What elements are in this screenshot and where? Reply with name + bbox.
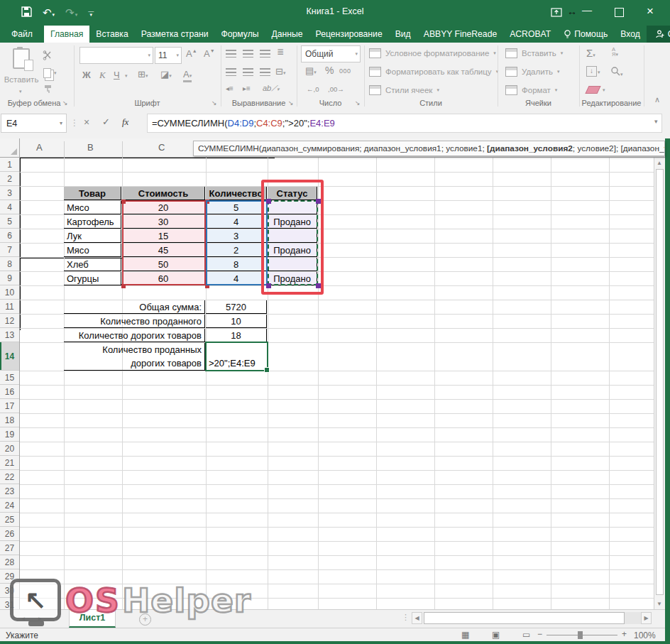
align-center-icon[interactable] (243, 68, 253, 76)
row-header-30[interactable]: 30 (0, 584, 19, 598)
cell-C4[interactable]: 20 (122, 201, 205, 214)
row-header-9[interactable]: 9 (0, 271, 19, 285)
format-as-table-button[interactable]: Форматировать как таблицу▾ (369, 67, 498, 77)
align-right-icon[interactable] (260, 68, 270, 76)
align-top-icon[interactable] (226, 50, 236, 58)
number-format-combo[interactable]: Общий▾ (301, 45, 361, 62)
row-header-17[interactable]: 17 (0, 399, 19, 413)
tab-data[interactable]: Данные (265, 26, 309, 43)
row-header-28[interactable]: 28 (0, 555, 19, 569)
cell-D9[interactable]: 4 (206, 272, 267, 285)
cell-D11-value[interactable]: 5720 (206, 300, 267, 314)
collapse-ribbon-icon[interactable]: ∧ (654, 95, 660, 104)
row-header-2[interactable]: 2 (0, 172, 19, 186)
align-left-icon[interactable] (226, 68, 236, 76)
underline-button[interactable]: Ч (114, 70, 120, 80)
sheet-tab-list1[interactable]: Лист1 (69, 610, 116, 628)
row-header-27[interactable]: 27 (0, 541, 19, 555)
insert-function-icon[interactable]: fx (122, 116, 128, 128)
cell-B6[interactable]: Лук (64, 229, 121, 243)
zoom-slider-thumb[interactable] (578, 631, 583, 639)
increase-font-icon[interactable]: А▲ (186, 48, 197, 59)
cell-E8[interactable] (268, 258, 317, 271)
italic-button[interactable]: К (99, 70, 106, 81)
row-header-14[interactable]: 14 (0, 342, 19, 371)
tab-view[interactable]: Вид (389, 26, 417, 43)
header-cell-B3[interactable]: Товар (64, 187, 121, 200)
row-header-12[interactable]: 12 (0, 314, 19, 328)
cell-D4[interactable]: 5 (206, 201, 267, 214)
header-cell-E3[interactable]: Статус (268, 187, 317, 200)
maximize-button[interactable] (615, 8, 624, 17)
column-header-B[interactable]: B (87, 142, 94, 153)
vscroll-thumb[interactable] (656, 169, 664, 595)
format-painter-icon[interactable] (43, 84, 53, 95)
row-header-10[interactable]: 10 (0, 285, 19, 300)
percent-style-button[interactable]: % (325, 65, 334, 76)
align-bottom-icon[interactable] (260, 50, 270, 58)
row-header-31[interactable]: 31 (0, 598, 19, 609)
conditional-formatting-button[interactable]: Условное форматирование▾ (369, 48, 496, 58)
hscroll-thumb[interactable] (424, 612, 625, 624)
tab-acrobat[interactable]: ACROBAT (503, 26, 557, 43)
normal-view-icon[interactable]: ▦ (461, 630, 469, 640)
cell-styles-button[interactable]: Стили ячеек▾ (369, 85, 439, 95)
tab-splitter-dots-icon[interactable]: ⋮ (402, 613, 410, 622)
column-header-A[interactable]: A (36, 142, 43, 153)
cell-B4[interactable]: Мясо (64, 201, 121, 214)
cell-B7[interactable]: Мясо (64, 244, 121, 257)
cell-E7[interactable]: Продано (268, 244, 317, 257)
page-layout-view-icon[interactable]: ▣ (492, 630, 500, 640)
delete-cells-button[interactable]: Удалить▾ (505, 67, 559, 77)
row-header-3[interactable]: 3 (0, 186, 19, 200)
alignment-dialog-launcher-icon[interactable]: ↘ (288, 99, 294, 107)
find-select-icon[interactable]: ▾ (610, 66, 623, 77)
increase-indent-icon[interactable]: ▸≡ (243, 84, 251, 92)
cell-E5[interactable]: Продано (268, 215, 317, 229)
font-size-combo[interactable]: 11▾ (155, 47, 182, 64)
row-header-20[interactable]: 20 (0, 442, 19, 456)
paste-dropdown-icon[interactable]: ▾ (19, 86, 22, 94)
zoom-in-icon[interactable]: + (622, 629, 627, 639)
number-dialog-launcher-icon[interactable]: ↘ (355, 99, 361, 107)
fill-color-icon[interactable]: ◪▾ (160, 69, 172, 80)
tab-help[interactable]: Помощь (557, 26, 614, 43)
row-header-5[interactable]: 5 (0, 214, 19, 229)
tab-share[interactable]: Общий доступ (647, 26, 670, 43)
zoom-out-icon[interactable]: − (537, 629, 542, 639)
header-cell-D3[interactable]: Количество (206, 187, 267, 200)
clear-eraser-icon[interactable]: ▾ (587, 86, 605, 94)
decrease-decimal-icon[interactable]: ,00→ (328, 85, 344, 93)
wrap-text-icon[interactable]: ≣ (277, 47, 284, 57)
cell-D12-value[interactable]: 10 (206, 315, 267, 328)
bold-button[interactable]: Ж (82, 70, 91, 80)
row-header-26[interactable]: 26 (0, 527, 19, 541)
row-header-1[interactable]: 1 (0, 158, 19, 172)
row-header-29[interactable]: 29 (0, 569, 19, 584)
row-headers[interactable]: 1234567891011121314151617181920212223242… (0, 158, 20, 609)
row-header-23[interactable]: 23 (0, 484, 19, 498)
row-header-11[interactable]: 11 (0, 300, 19, 314)
cell-B11-label[interactable]: Общая сумма: (64, 300, 205, 314)
cell-B8[interactable]: Хлеб (64, 258, 121, 271)
zoom-level-text[interactable]: 100% (634, 631, 656, 640)
minimize-button[interactable]: — (582, 4, 592, 16)
tab-abbyy[interactable]: ABBYY FineReade (417, 26, 503, 43)
row-header-19[interactable]: 19 (0, 427, 19, 442)
cell-C5[interactable]: 30 (122, 215, 205, 229)
cell-D6[interactable]: 3 (206, 229, 267, 243)
cancel-entry-icon[interactable]: × (84, 116, 89, 128)
ribbon-display-options-icon[interactable] (551, 7, 562, 20)
currency-format-icon[interactable]: ▤▾ (305, 65, 317, 76)
cell-D13-value[interactable]: 18 (206, 329, 267, 342)
name-box[interactable]: E4▾ (1, 114, 67, 133)
hscroll-left-icon[interactable]: ◀ (412, 612, 422, 624)
cut-icon[interactable] (43, 50, 53, 62)
comma-style-button[interactable]: 000 (339, 67, 351, 75)
cell-E4[interactable] (268, 201, 317, 214)
formula-input[interactable]: =СУММЕСЛИМН(D4:D9;C4:C9;">20";E4:E9 (147, 114, 662, 133)
select-all-button[interactable] (0, 138, 20, 157)
cell-D8[interactable]: 8 (206, 258, 267, 271)
row-header-25[interactable]: 25 (0, 513, 19, 527)
row-header-13[interactable]: 13 (0, 328, 19, 342)
